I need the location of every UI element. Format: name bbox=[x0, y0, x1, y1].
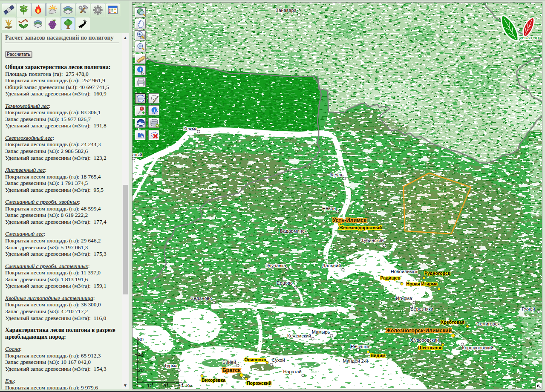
svg-text:Эдучанка: Эдучанка bbox=[265, 263, 286, 268]
svg-text:Седаново: Седаново bbox=[190, 296, 212, 301]
svg-text:Видим: Видим bbox=[371, 353, 386, 358]
svg-text:Ванавара: Ванавара bbox=[275, 8, 297, 13]
svg-text:20: 20 bbox=[162, 383, 168, 388]
svg-text:i: i bbox=[139, 67, 141, 72]
svg-text:Усть-Илимск: Усть-Илимск bbox=[333, 217, 367, 223]
svg-text:Суворовский: Суворовский bbox=[411, 337, 439, 343]
svg-text:Кежма: Кежма bbox=[183, 126, 198, 131]
svg-text:ежный: ежный bbox=[133, 152, 142, 157]
svg-text:Речушка: Речушка bbox=[351, 344, 370, 349]
svg-text:Порожский: Порожский bbox=[247, 380, 271, 386]
svg-text:Железногорск-Илимский: Железногорск-Илимский bbox=[386, 328, 452, 334]
svg-text:Сухой: Сухой bbox=[271, 357, 285, 363]
svg-text:Березняки: Березняки bbox=[410, 306, 433, 311]
svg-text:40: 40 bbox=[138, 352, 144, 357]
svg-text:20: 20 bbox=[138, 368, 144, 373]
svg-text:Хребтовая: Хребтовая bbox=[441, 320, 464, 325]
svg-text:60: 60 bbox=[138, 337, 144, 342]
svg-text:30: 30 bbox=[178, 383, 183, 388]
svg-text:Кеуль: Кеуль bbox=[331, 172, 343, 177]
svg-text:i: i bbox=[154, 108, 155, 112]
svg-text:Железнодорожный: Железнодорожный bbox=[339, 225, 382, 230]
svg-text:Мамырь: Мамырь bbox=[312, 329, 330, 334]
svg-text:Кежемский: Кежемский bbox=[287, 333, 311, 338]
svg-text:Рудногорск: Рудногорск bbox=[424, 271, 450, 276]
svg-text:Турма: Турма bbox=[164, 363, 178, 368]
svg-text:Ерцово: Ерцово bbox=[277, 280, 293, 285]
svg-text:Новоилимск: Новоилимск bbox=[391, 269, 418, 274]
svg-text:Бийей: Бийей bbox=[222, 360, 236, 365]
svg-text:Осиновка: Осиновка bbox=[245, 357, 266, 362]
svg-text:Дальний: Дальний bbox=[322, 263, 341, 268]
svg-text:Бадарминск: Бадарминск bbox=[280, 228, 306, 233]
svg-text:Миндей 2-й: Миндей 2-й bbox=[343, 358, 368, 363]
svg-text:Игирма: Игирма bbox=[396, 296, 412, 301]
svg-text:10: 10 bbox=[147, 383, 153, 388]
svg-text:Тубинский: Тубинский bbox=[361, 238, 384, 243]
svg-text:Невон: Невон bbox=[322, 206, 336, 211]
svg-text:0: 0 bbox=[136, 383, 138, 388]
svg-text:Семигорск: Семигорск bbox=[476, 321, 499, 326]
svg-text:Наратай: Наратай bbox=[283, 369, 301, 374]
svg-text:Новая Игирма: Новая Игирма bbox=[406, 281, 437, 286]
svg-text:Братск: Братск bbox=[222, 367, 241, 373]
svg-text:VEGA-PRO: VEGA-PRO bbox=[519, 36, 539, 40]
svg-text:Ручей: Ручей bbox=[522, 306, 535, 311]
svg-text:Шестаково: Шестаково bbox=[418, 345, 442, 350]
svg-text:Коршуновский: Коршуновский bbox=[462, 345, 493, 350]
svg-text:Вихоревка: Вихоревка bbox=[202, 378, 225, 383]
svg-text:Радищев: Радищев bbox=[381, 275, 401, 280]
svg-text:Км: Км bbox=[186, 383, 193, 388]
